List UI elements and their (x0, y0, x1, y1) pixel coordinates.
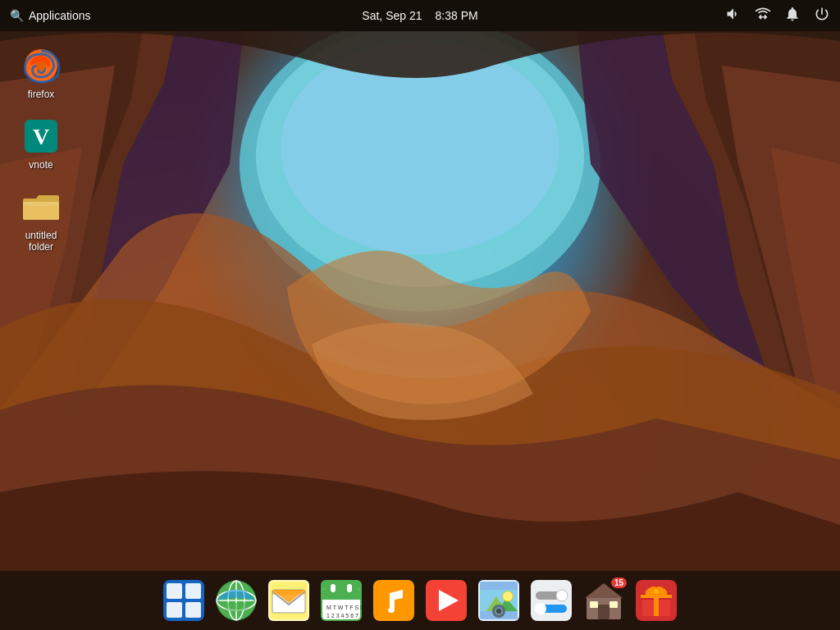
svg-point-64 (654, 589, 659, 594)
top-panel: 🔍 Applications Sat, Sep 21 8:38 PM (0, 0, 840, 31)
folder-label: untitled folder (11, 230, 71, 253)
notifications-icon[interactable] (784, 6, 801, 25)
svg-rect-10 (167, 583, 182, 599)
svg-text:V: V (33, 124, 49, 149)
date-display: Sat, Sep 21 (362, 9, 422, 22)
svg-point-46 (496, 609, 501, 614)
applications-menu[interactable]: Applications (29, 9, 91, 22)
dock-software-manager[interactable]: 15 (579, 576, 628, 625)
svg-rect-32 (347, 584, 352, 592)
firefox-label: firefox (28, 89, 55, 100)
svg-rect-24 (272, 590, 305, 595)
svg-rect-54 (598, 605, 609, 619)
svg-text:M T W T F S S: M T W T F S S (326, 605, 362, 610)
vnote-desktop-icon[interactable]: V vnote (8, 112, 74, 174)
svg-rect-13 (185, 602, 201, 618)
svg-point-49 (556, 590, 568, 601)
search-icon[interactable]: 🔍 (10, 9, 24, 22)
svg-point-51 (535, 603, 546, 614)
folder-desktop-icon[interactable]: untitled folder (8, 182, 74, 256)
svg-rect-12 (167, 602, 182, 618)
dock-browser[interactable] (212, 576, 261, 625)
dock-media-player[interactable] (422, 576, 471, 625)
software-badge: 15 (611, 578, 627, 588)
svg-rect-38 (480, 582, 518, 590)
dock-music[interactable] (369, 576, 418, 625)
firefox-icon (20, 44, 62, 87)
time-display: 8:38 PM (436, 9, 478, 22)
vnote-icon: V (20, 115, 62, 158)
svg-text:1 2 3 4 5 6 7: 1 2 3 4 5 6 7 (326, 613, 358, 619)
dock-calendar[interactable]: M T W T F S S 1 2 3 4 5 6 7 (317, 576, 366, 625)
dock-settings[interactable] (527, 576, 576, 625)
dock-appstore[interactable] (632, 576, 681, 625)
firefox-desktop-icon[interactable]: firefox (8, 41, 74, 103)
dock: M T W T F S S 1 2 3 4 5 6 7 (0, 571, 840, 630)
desktop-icons-area: firefox V vnote untitled folder (8, 41, 74, 256)
panel-center-datetime: Sat, Sep 21 8:38 PM (362, 9, 477, 22)
svg-point-43 (503, 591, 513, 601)
folder-icon (20, 185, 62, 228)
dock-overview[interactable] (159, 576, 208, 625)
vnote-label: vnote (29, 159, 52, 171)
panel-right (725, 6, 830, 25)
dock-mail[interactable] (264, 576, 313, 625)
network-icon[interactable] (755, 6, 771, 25)
power-icon[interactable] (814, 6, 830, 25)
svg-rect-55 (590, 601, 598, 608)
dock-photos[interactable] (474, 576, 523, 625)
svg-rect-31 (331, 584, 336, 592)
svg-point-6 (36, 61, 46, 71)
volume-icon[interactable] (725, 6, 742, 25)
svg-rect-56 (609, 601, 618, 608)
svg-rect-28 (322, 595, 360, 600)
wallpaper (0, 0, 840, 630)
svg-rect-11 (185, 583, 201, 599)
svg-rect-61 (641, 595, 672, 598)
panel-left: 🔍 Applications (10, 9, 91, 22)
